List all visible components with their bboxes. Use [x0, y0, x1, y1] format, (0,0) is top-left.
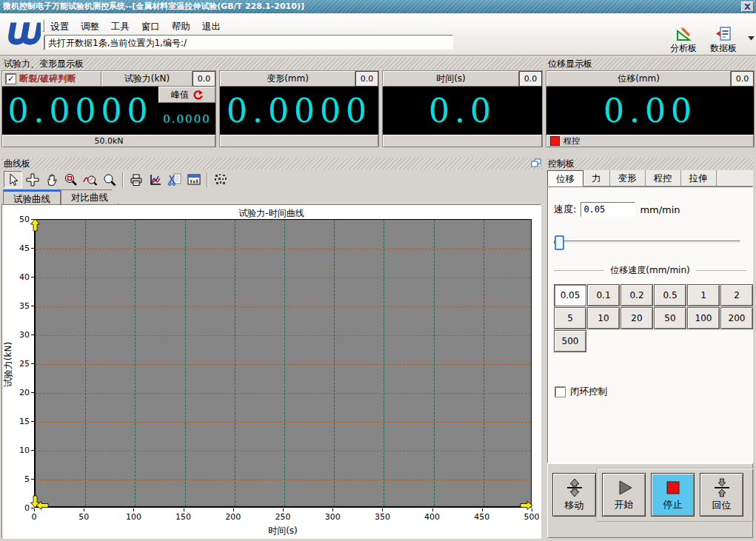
y-tick-mark: [31, 392, 34, 393]
speed-preset-0.1[interactable]: 0.1: [587, 284, 620, 306]
home-button[interactable]: 回位: [700, 473, 743, 517]
speed-input[interactable]: [581, 202, 635, 217]
action-button-area: 移动 开始 停止 回位: [547, 463, 753, 538]
move-tool-icon[interactable]: [23, 171, 41, 188]
pointer-tool-icon[interactable]: [4, 171, 22, 188]
zoom-region-tool-icon[interactable]: [61, 171, 80, 188]
curve-tab-对比曲线[interactable]: 对比曲线: [61, 189, 118, 204]
y-tick-label: 10: [7, 446, 30, 455]
grid-pattern-icon[interactable]: [211, 171, 230, 188]
y-axis-title: 试验力(kN): [2, 324, 15, 406]
chart-area: 试验力-时间曲线 0510152025303540455005010015020…: [1, 204, 541, 539]
x-tick-label: 450: [466, 512, 498, 522]
panel-float-button[interactable]: [531, 158, 541, 169]
time-group: 时间(s) 0.0 0.0: [382, 70, 543, 147]
menu-item-调整[interactable]: 调整: [75, 19, 105, 33]
speed-preset-0.2[interactable]: 0.2: [620, 284, 653, 306]
stop-button[interactable]: 停止: [651, 473, 695, 517]
x-tick-mark: [382, 508, 383, 511]
control-panel: 控制板 位移力变形程控拉伸 速度: mm/min 位移速度(mm/min) 0.…: [546, 158, 755, 540]
closed-loop-label: 闭环控制: [570, 386, 607, 398]
displacement-display: 0.00: [546, 87, 754, 135]
control-tab-位移[interactable]: 位移: [547, 170, 583, 187]
time-channel-label[interactable]: 时间(s): [383, 71, 519, 87]
speed-preset-20[interactable]: 20: [620, 307, 653, 329]
control-panel-title: 控制板: [546, 158, 755, 169]
print-curve-icon[interactable]: [127, 171, 145, 188]
toolbar-area: 设置调整工具窗口帮助退出 共打开数据1条,当前位置为1,编号:/ 分析板 数据板: [0, 13, 756, 56]
curve-tab-试验曲线[interactable]: 试验曲线: [3, 189, 61, 204]
speed-preset-10[interactable]: 10: [587, 307, 620, 329]
speed-preset-grid: 0.050.10.20.5125102050100200500: [554, 284, 753, 352]
deform-channel-label[interactable]: 变形(mm): [220, 71, 355, 87]
displacement-panel-title: 位移显示板: [546, 58, 755, 70]
v-gridline-350: [384, 220, 384, 506]
speed-preset-100[interactable]: 100: [687, 307, 720, 329]
menu-item-帮助[interactable]: 帮助: [166, 19, 196, 33]
force-panel-title: 试验力、变形显示板: [1, 58, 543, 70]
control-tab-力[interactable]: 力: [583, 170, 610, 186]
menu-item-工具[interactable]: 工具: [105, 19, 136, 33]
toolbar-separator: [122, 172, 124, 187]
speed-slider-thumb[interactable]: [555, 235, 564, 250]
plot-area[interactable]: [34, 219, 532, 508]
x-tick-mark: [184, 508, 184, 511]
toolbar-separator: [207, 172, 208, 187]
x-tick-mark: [34, 508, 35, 511]
speed-preset-0.5[interactable]: 0.5: [654, 284, 686, 306]
control-tab-拉伸[interactable]: 拉伸: [681, 170, 717, 186]
closed-loop-checkbox[interactable]: 闭环控制: [555, 386, 607, 398]
data-panel-icon: [715, 27, 732, 41]
toolbar-overflow-button[interactable]: [748, 33, 755, 43]
data-panel-button[interactable]: 数据板: [704, 25, 743, 55]
control-tab-程控[interactable]: 程控: [646, 170, 681, 186]
x-tick-label: 0: [18, 512, 50, 522]
start-button[interactable]: 开始: [602, 473, 646, 517]
speed-preset-5[interactable]: 5: [554, 307, 586, 329]
zoom-tool-icon[interactable]: [100, 171, 118, 188]
move-button[interactable]: 移动: [552, 473, 596, 517]
x-tick-mark: [84, 508, 84, 511]
menu-item-退出[interactable]: 退出: [196, 19, 227, 33]
force-channel-label[interactable]: 试验力(kN): [101, 71, 193, 87]
break-judge-checkbox[interactable]: ✓ 断裂/破碎判断: [2, 71, 101, 87]
y-tick-label: 0: [7, 503, 30, 513]
start-play-icon: [615, 479, 634, 497]
deform-overlay-value: 0.0: [355, 71, 378, 87]
y-tick-label: 50: [7, 215, 30, 224]
copy-curve-icon[interactable]: [165, 171, 184, 188]
analysis-panel-button[interactable]: 分析板: [664, 25, 703, 55]
v-gridline-400: [434, 220, 435, 506]
speed-slider[interactable]: [554, 241, 740, 244]
pan-hand-tool-icon[interactable]: [42, 171, 61, 188]
menu-item-设置[interactable]: 设置: [44, 19, 75, 33]
y-tick-mark: [31, 363, 34, 364]
peak-display: 0.0000: [158, 103, 215, 135]
closed-loop-checkbox-box[interactable]: [555, 387, 565, 397]
program-mode-indicator-icon: [550, 136, 560, 146]
status-field: 共打开数据1条,当前位置为1,编号:/: [44, 35, 453, 50]
control-tab-变形[interactable]: 变形: [610, 170, 646, 186]
export-curve-icon[interactable]: [146, 171, 164, 188]
close-button[interactable]: [741, 1, 754, 12]
speed-preset-50[interactable]: 50: [654, 307, 686, 329]
window-title: 微机控制电子万能试验机测控系统--[金属材料室温拉伸试验(GB/T 228.1-…: [3, 1, 304, 11]
displacement-channel-label[interactable]: 位移(mm): [546, 71, 731, 87]
peak-header[interactable]: 峰值: [158, 87, 215, 103]
y-tick-label: 5: [7, 474, 30, 484]
zoom-fit-tool-icon[interactable]: [81, 171, 99, 188]
deform-display: 0.0000: [220, 87, 378, 135]
y-tick-mark: [31, 306, 34, 306]
speed-preset-200[interactable]: 200: [720, 307, 753, 329]
speed-preset-500[interactable]: 500: [554, 330, 586, 352]
force-display: 0.0000: [2, 87, 158, 135]
speed-preset-1[interactable]: 1: [687, 284, 720, 306]
speed-preset-0.05[interactable]: 0.05: [554, 284, 586, 306]
peak-reset-icon[interactable]: [193, 90, 203, 100]
speed-preset-2[interactable]: 2: [720, 284, 753, 306]
menu-item-窗口[interactable]: 窗口: [136, 19, 166, 33]
h-gridline-20: [36, 393, 531, 394]
curve-tab-strip: 试验曲线对比曲线: [1, 189, 543, 204]
app-logo: [2, 16, 41, 53]
curve-window-icon[interactable]: [184, 171, 203, 188]
